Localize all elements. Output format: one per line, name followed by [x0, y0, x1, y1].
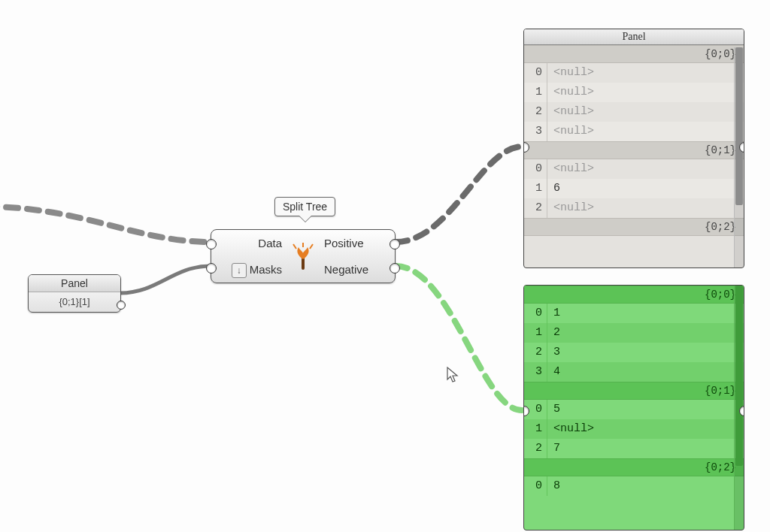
row-value: <null>	[547, 198, 744, 218]
list-item: 16	[524, 179, 744, 198]
list-item: 0<null>	[524, 159, 744, 179]
row-value: 7	[547, 439, 744, 458]
row-index: 3	[524, 362, 547, 382]
split-tree-component[interactable]: Data ↓Masks Positive Negative	[211, 229, 396, 283]
positive-output-panel[interactable]: Panel {0;0}0<null>1<null>2<null>3<null>{…	[523, 29, 744, 268]
panel-value: {0;1}[1]	[29, 292, 120, 312]
scrollbar[interactable]	[734, 47, 744, 268]
row-index: 0	[524, 159, 547, 179]
list-item: 01	[524, 304, 744, 323]
list-item: 1<null>	[524, 419, 744, 439]
branch-path: {0;2}	[524, 458, 744, 476]
component-tooltip: Split Tree	[274, 197, 335, 216]
row-index: 3	[524, 122, 547, 141]
row-index: 0	[524, 63, 547, 83]
list-item: 08	[524, 476, 744, 496]
list-item: 2<null>	[524, 198, 744, 218]
output-grip[interactable]	[117, 301, 126, 310]
row-value: <null>	[547, 122, 744, 141]
output-label-negative: Negative	[324, 259, 381, 280]
row-value: 6	[547, 179, 744, 198]
panel-content: {0;0}0<null>1<null>2<null>3<null>{0;1}0<…	[524, 45, 744, 236]
row-index: 2	[524, 439, 547, 458]
row-value: 1	[547, 304, 744, 323]
row-value: 3	[547, 343, 744, 362]
list-item: 2<null>	[524, 102, 744, 122]
branch-path: {0;1}	[524, 141, 744, 159]
output-label-positive: Positive	[324, 233, 381, 254]
branch-path: {0;1}	[524, 382, 744, 400]
branch-path: {0;2}	[524, 218, 744, 236]
list-item: 1<null>	[524, 83, 744, 102]
row-value: <null>	[547, 159, 744, 179]
branch-path: {0;0}	[524, 45, 744, 63]
masks-panel-node[interactable]: Panel {0;1}[1]	[28, 274, 121, 313]
row-value: 5	[547, 400, 744, 419]
input-grip-data[interactable]	[206, 239, 217, 249]
row-value: <null>	[547, 419, 744, 439]
branch-path: {0;0}	[524, 286, 744, 304]
list-item: 05	[524, 400, 744, 419]
cursor-icon	[447, 367, 460, 386]
negative-output-panel[interactable]: {0;0}01122334{0;1}051<null>27{0;2}08	[523, 285, 744, 530]
output-grip-positive[interactable]	[390, 239, 400, 249]
output-grip[interactable]	[739, 142, 744, 153]
list-item: 27	[524, 439, 744, 458]
row-index: 1	[524, 83, 547, 102]
input-grip-masks[interactable]	[206, 263, 217, 274]
panel-title: Panel	[29, 275, 120, 292]
list-item: 3<null>	[524, 122, 744, 141]
panel-title: Panel	[524, 29, 744, 45]
row-value: <null>	[547, 63, 744, 83]
input-label-data: Data	[225, 233, 282, 254]
row-index: 0	[524, 476, 547, 496]
list-item: 12	[524, 323, 744, 343]
row-index: 1	[524, 179, 547, 198]
flatten-icon: ↓	[232, 263, 247, 278]
row-index: 2	[524, 198, 547, 218]
output-grip[interactable]	[739, 406, 744, 416]
list-item: 23	[524, 343, 744, 362]
list-item: 0<null>	[524, 63, 744, 83]
row-value: <null>	[547, 102, 744, 122]
row-index: 0	[524, 304, 547, 323]
row-value: 8	[547, 476, 744, 496]
input-label-masks: ↓Masks	[225, 259, 282, 280]
output-grip-negative[interactable]	[390, 263, 400, 274]
row-index: 2	[524, 343, 547, 362]
tree-icon	[290, 243, 317, 270]
row-index: 1	[524, 419, 547, 439]
row-value: 2	[547, 323, 744, 343]
row-value: <null>	[547, 83, 744, 102]
row-index: 1	[524, 323, 547, 343]
panel-content: {0;0}01122334{0;1}051<null>27{0;2}08	[524, 286, 744, 496]
row-index: 2	[524, 102, 547, 122]
list-item: 34	[524, 362, 744, 382]
row-value: 4	[547, 362, 744, 382]
